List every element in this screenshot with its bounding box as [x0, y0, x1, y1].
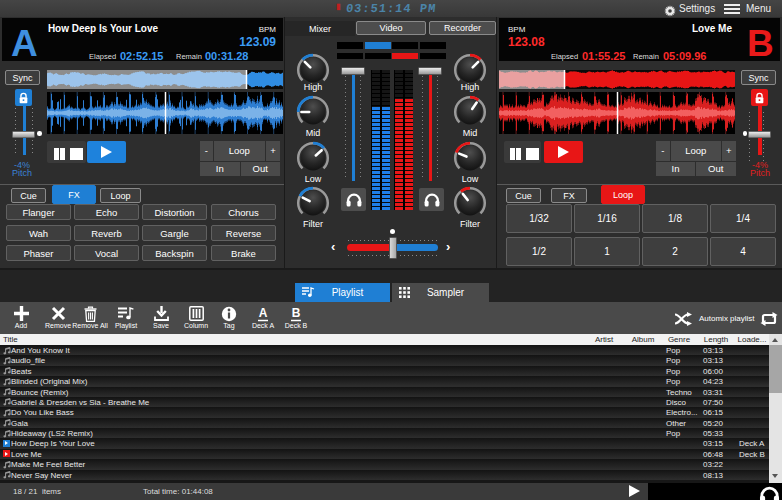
svg-text:B: B	[292, 306, 301, 320]
svg-text:A: A	[259, 306, 268, 320]
